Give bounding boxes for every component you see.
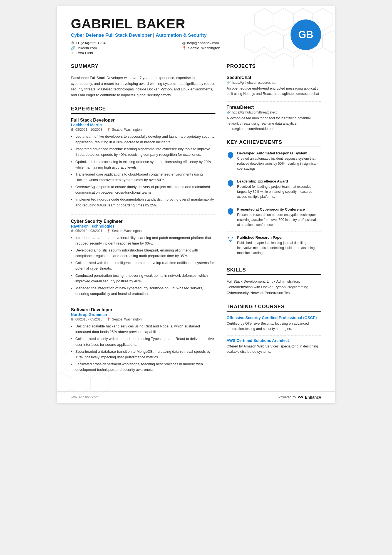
bullet: Designed scalable backend services using…	[75, 324, 215, 335]
job-1-location: 📍 Seattle, Washington	[106, 128, 142, 132]
training-2: AWS Certified Solutions Architect Offere…	[227, 338, 321, 354]
job-3-dates: 🗓 06/2016 - 05/2018	[71, 317, 102, 321]
pin-icon: 📍	[106, 128, 111, 132]
title-part1: Cyber Defense Full Stack Developer	[71, 33, 152, 38]
achievement-4: Published Research Paper Published a pap…	[227, 235, 321, 259]
powered-by-text: Powered by	[278, 395, 296, 399]
calendar-icon: 🗓	[71, 317, 74, 321]
bullet: Optimized data processing in existing de…	[75, 159, 215, 170]
pin-icon: 📍	[106, 229, 111, 233]
location-value: Seattle, Washington	[188, 46, 220, 50]
linkedin-item: 🔗 linkedin.com	[71, 46, 174, 50]
svg-rect-17	[230, 241, 231, 242]
project-2: ThreatDetect 🔗 https://github.com/threat…	[227, 105, 321, 131]
achievement-2-body: Leadership Excellence Award Received for…	[237, 179, 321, 199]
achievement-1-title: Developed Automated Response System	[237, 151, 321, 155]
achievement-2-title: Leadership Excellence Award	[237, 179, 321, 183]
summary-section: SUMMARY Passionate Full Stack Developer …	[71, 63, 215, 98]
job-1: Full Stack Developer Lockheed Martin 🗓 0…	[71, 118, 215, 208]
training-divider-1	[227, 335, 321, 336]
shield-icon-2	[227, 179, 234, 187]
achievements-section: KEY ACHIEVEMENTS Developed Automated Res…	[227, 139, 321, 259]
project-2-desc: A Python-based monitoring tool for ident…	[227, 116, 321, 131]
experience-title: EXPERIENCE	[71, 106, 215, 114]
bullet: Integrated advanced machine learning alg…	[75, 146, 215, 157]
bullet: Led a team of five developers to success…	[75, 134, 215, 145]
achievement-3-title: Presented at Cybersecurity Conference	[237, 207, 321, 211]
achievement-4-body: Published Research Paper Published a pap…	[237, 235, 321, 255]
calendar-icon: 🗓	[71, 128, 74, 132]
training-section: TRAINING / COURSES Offensive Security Ce…	[227, 304, 321, 354]
star-icon: ☆	[71, 51, 74, 55]
projects-section: PROJECTS SecureChat 🔗 https://github.com…	[227, 63, 321, 132]
job-1-meta: 🗓 03/2021 - 10/2023 📍 Seattle, Washingto…	[71, 128, 215, 132]
skills-section: SKILLS Full Stack Development, Linux Adm…	[227, 267, 321, 296]
job-1-company: Lockheed Martin	[71, 123, 215, 127]
job-2-meta: 🗓 05/2018 - 03/2021 📍 Seattle, Washingto…	[71, 229, 215, 233]
bullet: Introduced an automated vulnerability sc…	[75, 235, 215, 246]
avatar: GB	[291, 19, 321, 50]
email-icon: @	[182, 41, 186, 45]
job-3: Software Developer Northrop Grumman 🗓 06…	[71, 307, 215, 373]
right-column: PROJECTS SecureChat 🔗 https://github.com…	[227, 63, 321, 380]
job-3-meta: 🗓 06/2016 - 05/2018 📍 Seattle, Washingto…	[71, 317, 215, 321]
training-1-desc: Certified by Offensive Security, focusin…	[227, 321, 321, 332]
project-2-name: ThreatDetect	[227, 105, 321, 110]
job-1-dates: 🗓 03/2021 - 10/2023	[71, 128, 102, 132]
trophy-icon	[227, 236, 234, 243]
achievement-3: Presented at Cybersecurity Conference Pr…	[227, 207, 321, 231]
link-icon: 🔗	[227, 110, 231, 114]
job-3-company: Northrop Grumman	[71, 312, 215, 317]
project-1-name: SecureChat	[227, 75, 321, 80]
resume-content: GABRIEL BAKER Cyber Defense Full Stack D…	[57, 6, 335, 391]
project-1: SecureChat 🔗 https://github.com/securech…	[227, 75, 321, 97]
location-item: 📍 Seattle, Washington	[182, 46, 285, 50]
achievement-3-body: Presented at Cybersecurity Conference Pr…	[237, 207, 321, 227]
job-2-company: Raytheon Technologies	[71, 224, 215, 228]
project-1-desc: An open-source end-to-end encrypted mess…	[227, 86, 321, 97]
job-1-title: Full Stack Developer	[71, 118, 215, 123]
bullet: Conducted penetration testing, uncoverin…	[75, 273, 215, 284]
bullet: Developed a holistic security infrastruc…	[75, 248, 215, 259]
email-item: @ help@enhancv.com	[182, 41, 285, 45]
projects-title: PROJECTS	[227, 63, 321, 71]
resume-wrapper: GABRIEL BAKER Cyber Defense Full Stack D…	[57, 6, 335, 403]
summary-text: Passionate Full Stack Developer with ove…	[71, 75, 215, 98]
location-icon: 📍	[182, 46, 187, 50]
achievement-1: Developed Automated Response System Crea…	[227, 151, 321, 175]
calendar-icon: 🗓	[71, 229, 74, 233]
phone-item: ✆ +1-(234)-555-1234	[71, 41, 174, 45]
training-1: Offensive Security Certified Professiona…	[227, 315, 321, 332]
achievements-title: KEY ACHIEVEMENTS	[227, 139, 321, 147]
achievement-3-desc: Presented research on modern encryption …	[237, 212, 321, 227]
job-2-location: 📍 Seattle, Washington	[106, 229, 142, 233]
achievement-2: Leadership Excellence Award Received for…	[227, 179, 321, 203]
email-value: help@enhancv.com	[187, 41, 219, 45]
header: GABRIEL BAKER Cyber Defense Full Stack D…	[71, 17, 321, 55]
svg-rect-18	[229, 242, 232, 242]
bullet: Facilitated cross-department workshops, …	[75, 361, 215, 373]
achievement-2-desc: Received for leading a project team that…	[237, 184, 321, 199]
project-divider-1	[227, 101, 321, 102]
job-2-dates: 🗓 05/2018 - 03/2021	[71, 229, 102, 233]
job-3-location: 📍 Seattle, Washington	[106, 317, 142, 321]
training-1-title: Offensive Security Certified Professiona…	[227, 315, 321, 320]
bullet: Collaborated with threat intelligence te…	[75, 260, 215, 271]
achievement-4-desc: Published a paper in a leading journal d…	[237, 240, 321, 255]
bullet: Spearheaded a database transition to Mon…	[75, 349, 215, 360]
training-2-title: AWS Certified Solutions Architect	[227, 338, 321, 343]
achievement-1-desc: Created an automated incident response s…	[237, 156, 321, 171]
title-part2: Automation & Security	[156, 33, 207, 38]
candidate-name: GABRIEL BAKER	[71, 17, 285, 31]
two-col-layout: SUMMARY Passionate Full Stack Developer …	[71, 63, 321, 380]
achievement-1-body: Developed Automated Response System Crea…	[237, 151, 321, 171]
pin-icon: 📍	[106, 317, 111, 321]
link-icon: 🔗	[227, 81, 231, 85]
candidate-title: Cyber Defense Full Stack Developer | Aut…	[71, 33, 285, 38]
job-3-bullets: Designed scalable backend services using…	[71, 324, 215, 373]
bullet: Implemented rigorous code documentation …	[75, 197, 215, 208]
job-2-title: Cyber Security Engineer	[71, 219, 215, 224]
training-2-desc: Offered by Amazon Web Services, speciali…	[227, 344, 321, 354]
training-title: TRAINING / COURSES	[227, 304, 321, 312]
bullet: Transitioned core applications to cloud-…	[75, 172, 215, 183]
